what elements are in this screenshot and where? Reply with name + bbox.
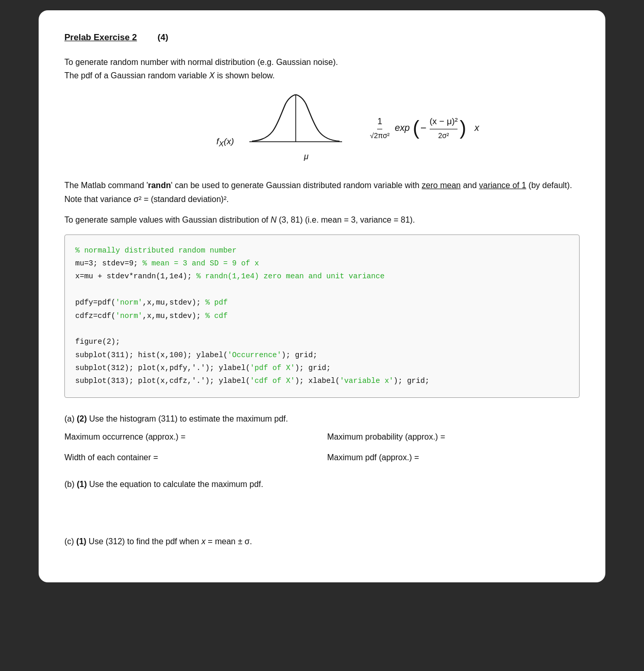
- fraction-numerator: 1: [377, 115, 382, 130]
- question-a: (a) (2) Use the histogram (311) to estim…: [64, 412, 580, 464]
- questions-section: (a) (2) Use the histogram (311) to estim…: [64, 412, 580, 548]
- code-line-mu: mu=3; stdev=9;: [75, 259, 143, 267]
- fx-label: fX(x): [216, 135, 234, 150]
- intro-line2: The pdf of a Gaussian random variable X …: [64, 71, 275, 80]
- answer-max-occurrence: Maximum occurrence (approx.) =: [64, 430, 317, 444]
- question-a-answers: Maximum occurrence (approx.) = Maximum p…: [64, 430, 580, 464]
- question-b-answer-space: [64, 491, 580, 522]
- answer-width-container: Width of each container =: [64, 451, 317, 464]
- exercise-points: (4): [158, 31, 168, 44]
- code-line-subplot311: subplot(311); hist(x,100); ylabel('Occur…: [75, 351, 317, 359]
- page-container: Prelab Exercise 2 (4) To generate random…: [39, 10, 605, 582]
- code-line-subplot312: subplot(312); plot(x,pdfy,'.'); ylabel('…: [75, 364, 331, 372]
- exp-label: exp: [395, 121, 410, 135]
- code-line-x: x=mu + stdev*randn(1,1e4);: [75, 272, 196, 280]
- question-c: (c) (1) Use (312) to find the pdf when x…: [64, 535, 580, 548]
- code-comment-x: % randn(1,1e4) zero mean and unit varian…: [196, 272, 384, 280]
- intro-text: To generate random number with normal di…: [64, 56, 580, 83]
- answer-max-probability: Maximum probability (approx.) =: [327, 430, 580, 444]
- exp-fraction: (x − μ)² 2σ²: [430, 115, 458, 142]
- close-paren: ): [460, 118, 466, 138]
- code-block: % normally distributed random number mu=…: [64, 234, 580, 398]
- formula-expression: 1 √2πσ² exp ( − (x − μ)² 2σ² ) x: [368, 115, 479, 142]
- question-b-text: (b) (1) Use the equation to calculate th…: [64, 478, 580, 491]
- mu-label: μ: [304, 150, 309, 163]
- formula-diagram-area: fX(x) μ: [216, 93, 347, 163]
- code-line-cdf1: cdfz=cdf('norm',x,mu,stdev);: [75, 312, 205, 320]
- question-c-points: (1): [76, 537, 87, 546]
- open-paren: (: [413, 118, 419, 138]
- fraction-part: 1 √2πσ²: [370, 115, 389, 142]
- sample-text: To generate sample values with Gaussian …: [64, 214, 580, 226]
- code-line-figure: figure(2);: [75, 338, 120, 346]
- answer-max-pdf: Maximum pdf (approx.) =: [327, 451, 580, 464]
- question-c-text: (c) (1) Use (312) to find the pdf when x…: [64, 535, 580, 548]
- code-line-comment1: % normally distributed random number: [75, 246, 236, 255]
- code-comment-mu: % mean = 3 and SD = 9 of x: [143, 259, 259, 267]
- randn-command: randn: [148, 181, 171, 190]
- zero-mean-text: zero mean: [422, 181, 461, 190]
- question-b: (b) (1) Use the equation to calculate th…: [64, 478, 580, 522]
- code-comment-cdf: % cdf: [205, 312, 228, 320]
- randn-description: The Matlab command 'randn' can be used t…: [64, 178, 580, 206]
- exp-denominator: 2σ²: [438, 129, 449, 141]
- header: Prelab Exercise 2 (4): [64, 31, 580, 44]
- question-a-text: (a) (2) Use the histogram (311) to estim…: [64, 412, 580, 426]
- minus-sign: −: [420, 120, 427, 136]
- intro-line1: To generate random number with normal di…: [64, 58, 338, 66]
- x-axis-label: x: [474, 121, 479, 135]
- fraction-denominator: √2πσ²: [370, 129, 389, 141]
- question-a-points: (2): [77, 414, 87, 423]
- question-b-points: (1): [77, 480, 87, 489]
- exp-numerator: (x − μ)²: [430, 115, 458, 130]
- code-line-pdf1: pdfy=pdf('norm',x,mu,stdev);: [75, 298, 205, 307]
- code-comment-pdf: % pdf: [205, 298, 228, 307]
- bell-curve-svg: [244, 93, 347, 149]
- variance-of-1-text: variance of 1: [479, 181, 527, 190]
- formula-section: fX(x) μ 1 √2πσ² exp (: [64, 93, 580, 163]
- code-line-subplot313: subplot(313); plot(x,cdfz,'.'); ylabel('…: [75, 377, 429, 385]
- exercise-title: Prelab Exercise 2: [64, 31, 137, 44]
